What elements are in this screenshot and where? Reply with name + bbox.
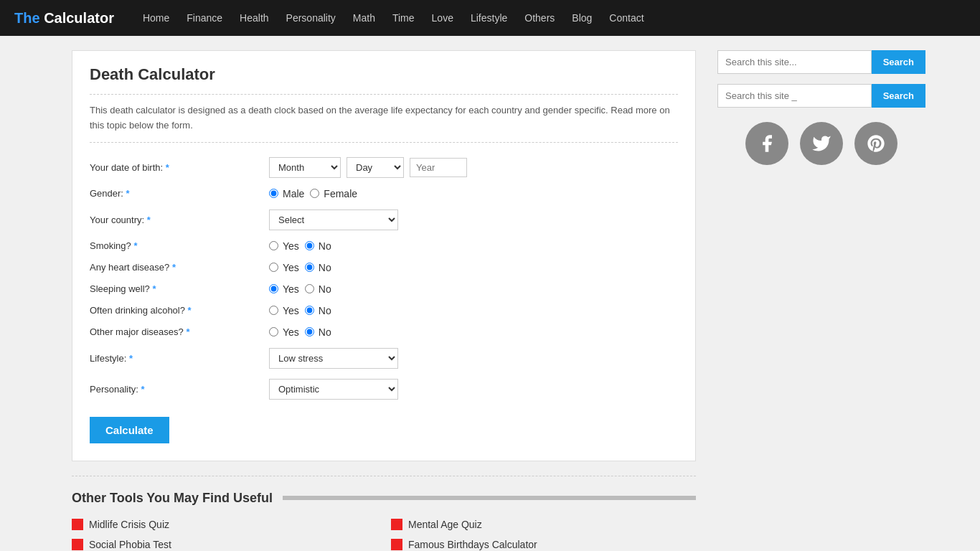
lifestyle-label: Lifestyle: * <box>90 353 262 364</box>
lifestyle-select[interactable]: Low stress High stress Medium stress <box>269 348 398 369</box>
nav-item-health[interactable]: Health <box>240 12 268 24</box>
country-controls: Select <box>269 209 398 230</box>
heart-no-radio[interactable] <box>305 263 314 272</box>
diseases-yes-label[interactable]: Yes <box>269 326 299 338</box>
personality-label: Personality: * <box>90 384 262 395</box>
alcohol-yes-radio[interactable] <box>269 306 278 315</box>
personality-row: Personality: * Optimistic Pessimistic Ne… <box>90 379 678 400</box>
twitter-svg <box>811 133 831 154</box>
brand-logo[interactable]: The Calculator <box>14 10 114 27</box>
diseases-no-radio[interactable] <box>305 327 314 336</box>
tool-icon-midlife <box>72 519 83 530</box>
smoking-yes-radio[interactable] <box>269 241 278 250</box>
personality-select[interactable]: Optimistic Pessimistic Neutral <box>269 379 398 400</box>
nav-item-home[interactable]: Home <box>143 12 169 24</box>
day-select[interactable]: Day <box>347 157 404 178</box>
sidebar: Search Search <box>717 50 925 551</box>
diseases-row: Other major diseases? * Yes No <box>90 326 678 338</box>
sleeping-no-radio[interactable] <box>305 284 314 293</box>
alcohol-label: Often drinking alcohol? * <box>90 305 262 316</box>
lifestyle-row: Lifestyle: * Low stress High stress Medi… <box>90 348 678 369</box>
country-label: Your country: * <box>90 215 262 225</box>
tool-label-midlife: Midlife Crisis Quiz <box>89 519 169 530</box>
country-row: Your country: * Select <box>90 209 678 230</box>
nav-item-love[interactable]: Love <box>432 12 453 24</box>
sleeping-yes-label[interactable]: Yes <box>269 283 299 295</box>
nav-item-finance[interactable]: Finance <box>187 12 222 24</box>
gender-row: Gender: * Male Female <box>90 188 678 199</box>
search-button-2[interactable]: Search <box>872 84 925 108</box>
section-divider <box>72 476 696 476</box>
sleeping-label: Sleeping well? * <box>90 283 262 294</box>
nav-item-lifestyle[interactable]: Lifestyle <box>471 12 507 24</box>
nav-item-personality[interactable]: Personality <box>286 12 336 24</box>
dob-row: Your date of birth: * Month Day <box>90 157 678 178</box>
sleeping-row: Sleeping well? * Yes No <box>90 283 678 295</box>
twitter-icon[interactable] <box>800 122 843 165</box>
page-title: Death Calculator <box>90 65 678 84</box>
gender-female-label[interactable]: Female <box>310 188 357 199</box>
search-box-2: Search <box>717 84 925 108</box>
tool-famous-birthdays[interactable]: Famous Birthdays Calculator <box>391 539 696 550</box>
alcohol-yes-label[interactable]: Yes <box>269 305 299 316</box>
diseases-yes-radio[interactable] <box>269 327 278 336</box>
nav-item-math[interactable]: Math <box>353 12 375 24</box>
sleeping-controls: Yes No <box>269 283 331 295</box>
navbar: The Calculator HomeFinanceHealthPersonal… <box>0 0 980 36</box>
tool-mental-age[interactable]: Mental Age Quiz <box>391 519 696 530</box>
year-input[interactable] <box>410 158 467 177</box>
sleeping-no-label[interactable]: No <box>305 283 331 295</box>
dob-controls: Month Day <box>269 157 467 178</box>
smoking-no-label[interactable]: No <box>305 240 331 252</box>
diseases-controls: Yes No <box>269 326 331 338</box>
heart-no-label[interactable]: No <box>305 262 331 273</box>
nav-item-others[interactable]: Others <box>524 12 555 24</box>
smoking-yes-label[interactable]: Yes <box>269 240 299 252</box>
search-box-1: Search <box>717 50 925 74</box>
tool-label-social: Social Phobia Test <box>89 539 171 550</box>
month-select[interactable]: Month <box>269 157 341 178</box>
heart-label: Any heart disease? * <box>90 262 262 273</box>
nav-item-time[interactable]: Time <box>392 12 415 24</box>
pinterest-icon[interactable] <box>854 122 897 165</box>
search-input-2[interactable] <box>717 84 872 108</box>
search-button-1[interactable]: Search <box>872 50 925 74</box>
nav-item-contact[interactable]: Contact <box>609 12 644 24</box>
tool-social-phobia[interactable]: Social Phobia Test <box>72 539 377 550</box>
search-input-1[interactable] <box>717 50 872 74</box>
brand-calculator: Calculator <box>44 10 114 26</box>
gender-female-radio[interactable] <box>310 189 319 198</box>
heart-yes-label[interactable]: Yes <box>269 262 299 273</box>
brand-the: The <box>14 10 44 26</box>
gender-male-label[interactable]: Male <box>269 188 304 199</box>
nav-menu: HomeFinanceHealthPersonalityMathTimeLove… <box>143 12 644 24</box>
nav-item-blog[interactable]: Blog <box>572 12 592 24</box>
calculate-button[interactable]: Calculate <box>90 417 169 443</box>
tool-label-birthdays: Famous Birthdays Calculator <box>408 539 537 550</box>
gender-label: Gender: * <box>90 188 262 199</box>
tool-icon-mental <box>391 519 402 530</box>
tool-midlife-crisis[interactable]: Midlife Crisis Quiz <box>72 519 377 530</box>
social-icons <box>717 122 925 165</box>
alcohol-no-radio[interactable] <box>305 306 314 315</box>
gender-male-radio[interactable] <box>269 189 278 198</box>
diseases-label: Other major diseases? * <box>90 326 262 337</box>
gender-controls: Male Female <box>269 188 357 199</box>
facebook-icon[interactable] <box>745 122 788 165</box>
other-tools-title: Other Tools You May Find Useful <box>72 491 273 506</box>
heart-controls: Yes No <box>269 262 331 273</box>
page-description: This death calculator is designed as a d… <box>90 94 678 143</box>
smoking-no-radio[interactable] <box>305 241 314 250</box>
calculator-box: Death Calculator This death calculator i… <box>72 50 696 461</box>
alcohol-row: Often drinking alcohol? * Yes No <box>90 305 678 316</box>
sleeping-yes-radio[interactable] <box>269 284 278 293</box>
tool-icon-birthdays <box>391 539 402 550</box>
personality-controls: Optimistic Pessimistic Neutral <box>269 379 398 400</box>
smoking-controls: Yes No <box>269 240 331 252</box>
alcohol-controls: Yes No <box>269 305 331 316</box>
alcohol-no-label[interactable]: No <box>305 305 331 316</box>
heart-yes-radio[interactable] <box>269 263 278 272</box>
other-tools-section: Other Tools You May Find Useful Midlife … <box>72 491 696 551</box>
diseases-no-label[interactable]: No <box>305 326 331 338</box>
country-select[interactable]: Select <box>269 209 398 230</box>
